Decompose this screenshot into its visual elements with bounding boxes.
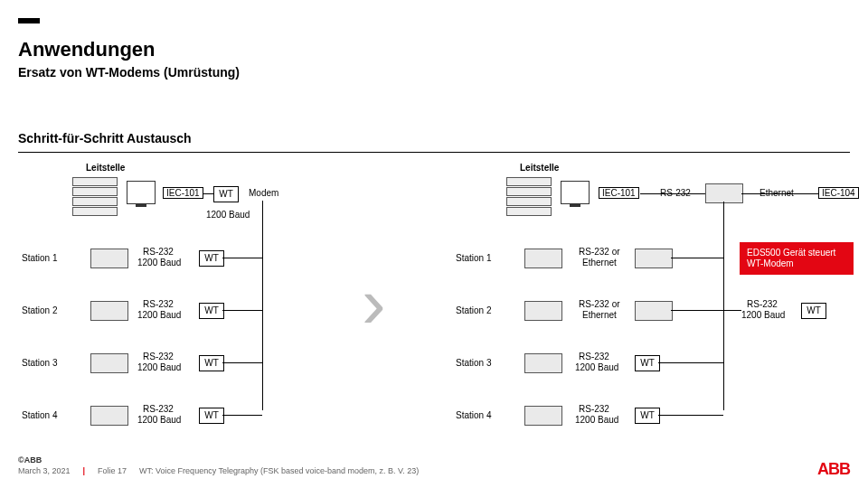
- connector-line: [741, 193, 818, 194]
- eds-callout: EDS500 Gerät steuert WT-Modem: [740, 242, 854, 275]
- device-icon: [524, 406, 562, 426]
- footer: ©ABB March 3, 2021 | Folie 17 WT: Voice …: [18, 455, 850, 475]
- eds-device-icon: [635, 301, 673, 321]
- page-title: Anwendungen: [18, 38, 156, 61]
- connector-line: [671, 310, 723, 311]
- station-label: Station 2: [22, 305, 57, 315]
- wt-icon: WT: [199, 303, 224, 319]
- device-icon: [524, 353, 562, 373]
- device-icon: [90, 353, 128, 373]
- slide: Anwendungen Ersatz von WT-Modems (Umrüst…: [0, 0, 868, 488]
- connector-line: [723, 310, 741, 311]
- left-baud-label: 1200 Baud: [206, 210, 250, 220]
- station-label: Station 1: [22, 253, 57, 263]
- station-label: Station 3: [22, 358, 57, 368]
- computer-icon: [561, 181, 590, 204]
- computer-icon: [127, 181, 156, 204]
- footer-copyright: ©ABB: [18, 455, 42, 465]
- station-label: Station 4: [456, 410, 491, 420]
- wt-icon: WT: [199, 250, 224, 267]
- connector-line: [671, 258, 723, 258]
- bus-line-right: [723, 202, 724, 410]
- device-icon: [90, 301, 128, 321]
- station-proto: RS-232 or: [579, 299, 620, 309]
- station-rate: 1200 Baud: [137, 310, 181, 320]
- station-rate: 1200 Baud: [137, 258, 181, 267]
- connector-line: [222, 415, 262, 416]
- chevron-right-icon: ›: [362, 262, 386, 345]
- station-label: Station 4: [22, 410, 57, 420]
- station-rate: 1200 Baud: [575, 415, 618, 425]
- station-rate: Ethernet: [582, 258, 617, 267]
- connector-line: [658, 415, 723, 416]
- wt-icon: WT: [635, 408, 660, 424]
- station-label: Station 1: [456, 253, 491, 263]
- wt-icon: WT: [801, 303, 826, 319]
- wt-icon: WT: [199, 408, 224, 424]
- connector-line: [222, 258, 262, 258]
- station-out-rate: 1200 Baud: [741, 310, 785, 320]
- device-icon: [90, 249, 128, 268]
- connector-line: [222, 362, 262, 363]
- station-label: Station 3: [456, 358, 491, 368]
- device-icon: [90, 406, 128, 426]
- left-modem-label: Modem: [249, 188, 278, 198]
- footer-page: Folie 17: [98, 466, 127, 475]
- station-proto: RS-232: [143, 247, 174, 257]
- station-rate: 1200 Baud: [137, 415, 181, 425]
- station-rate: 1200 Baud: [137, 362, 181, 372]
- server-icon: [506, 177, 552, 193]
- eds-callout-text: EDS500 Gerät steuert WT-Modem: [747, 248, 835, 268]
- device-icon: [524, 301, 562, 321]
- station-proto: RS-232: [579, 352, 609, 361]
- connector-line: [222, 310, 262, 311]
- station-label: Station 2: [456, 305, 491, 315]
- station-proto: RS-232: [143, 404, 174, 414]
- station-proto: RS-232: [143, 299, 174, 309]
- device-icon: [524, 249, 562, 268]
- right-leitstelle-label: Leitstelle: [520, 163, 559, 173]
- eds-device-icon: [705, 183, 743, 203]
- page-subtitle: Ersatz von WT-Modems (Umrüstung): [18, 65, 240, 80]
- left-wt-modem: WT: [213, 186, 239, 202]
- separator-icon: |: [83, 466, 86, 475]
- eds-device-icon: [635, 249, 673, 268]
- footer-date: March 3, 2021: [18, 466, 71, 475]
- server-icon: [72, 177, 118, 193]
- connector-line: [658, 362, 723, 363]
- abb-logo: ABB: [817, 460, 850, 479]
- left-leitstelle-label: Leitstelle: [86, 163, 125, 173]
- wt-icon: WT: [635, 355, 660, 371]
- bus-line-left: [262, 201, 263, 410]
- connector-line: [640, 193, 705, 194]
- station-rate: Ethernet: [582, 310, 617, 320]
- station-proto: RS-232 or: [579, 247, 620, 257]
- station-rate: 1200 Baud: [575, 362, 618, 372]
- station-proto: RS-232: [143, 352, 174, 361]
- footer-note: WT: Voice Frequency Telegraphy (FSK base…: [139, 466, 419, 475]
- wt-icon: WT: [199, 355, 224, 371]
- brand-dash: [18, 18, 40, 23]
- connector-line: [203, 193, 213, 194]
- right-iec104-label: IEC-104: [818, 187, 859, 199]
- divider: [18, 152, 850, 153]
- station-out-proto: RS-232: [747, 299, 778, 309]
- section-heading: Schritt-für-Schritt Austausch: [18, 131, 192, 145]
- right-iec-label: IEC-101: [599, 187, 639, 199]
- left-iec-label: IEC-101: [163, 187, 203, 199]
- station-proto: RS-232: [579, 404, 609, 414]
